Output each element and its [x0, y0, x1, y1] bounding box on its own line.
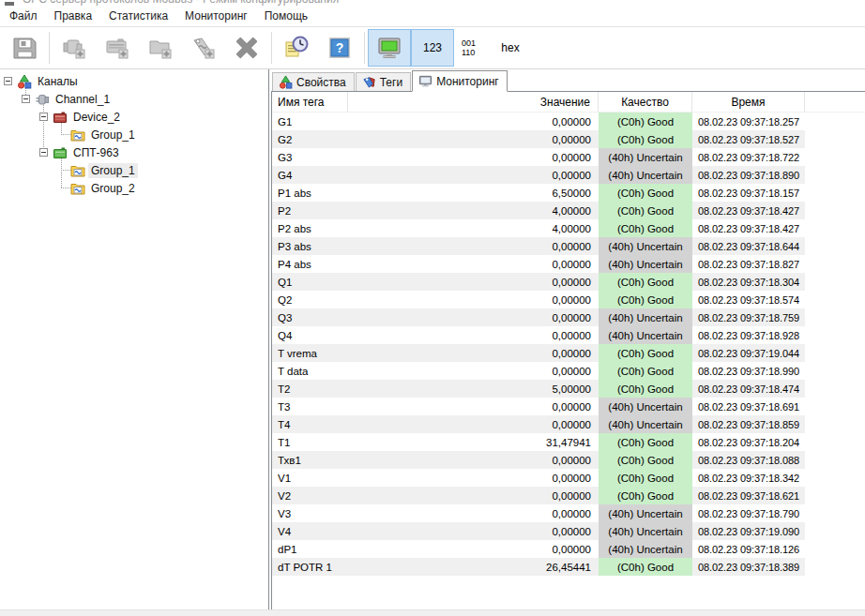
tag-quality-cell: (40h) Uncertain: [599, 255, 692, 273]
tag-name-cell: dT POTR 1: [272, 558, 348, 576]
view-decimal-button[interactable]: 123: [411, 29, 454, 67]
tag-time-cell: 08.02.23 09:37:18.790: [692, 504, 805, 522]
table-row[interactable]: T2 5,00000 (C0h) Good 08.02.23 09:37:18.…: [272, 380, 865, 398]
column-header-quality[interactable]: Качество: [599, 92, 692, 112]
tree-item-group-1-device[interactable]: Group_1: [0, 126, 268, 143]
menu-edit[interactable]: Правка: [46, 7, 101, 25]
tree-item-spt-963[interactable]: СПТ-963: [0, 143, 268, 161]
menu-statistics[interactable]: Статистика: [100, 7, 176, 25]
row-filler: [805, 540, 865, 558]
menu-help[interactable]: Помощь: [256, 7, 316, 25]
table-row[interactable]: T1 31,47941 (C0h) Good 08.02.23 09:37:18…: [272, 433, 865, 451]
table-row[interactable]: dP1 0,00000 (40h) Uncertain 08.02.23 09:…: [272, 540, 865, 558]
toolbar: ? 123 001 110 hex: [0, 27, 865, 68]
event-log-button[interactable]: [275, 29, 318, 67]
table-row[interactable]: Q1 0,00000 (C0h) Good 08.02.23 09:37:18.…: [272, 273, 865, 291]
tab-properties[interactable]: Свойства: [272, 72, 355, 91]
table-row[interactable]: P2 4,00000 (C0h) Good 08.02.23 09:37:18.…: [272, 202, 865, 219]
help-button[interactable]: ?: [318, 29, 361, 67]
tag-name-cell: V1: [272, 469, 348, 487]
add-channel-icon: [61, 35, 87, 61]
table-row[interactable]: V4 0,00000 (40h) Uncertain 08.02.23 09:3…: [272, 522, 865, 540]
collapse-icon[interactable]: [39, 113, 48, 121]
group-folder-icon: [70, 163, 85, 178]
tag-time-cell: 08.02.23 09:37:19.090: [692, 522, 805, 540]
row-filler: [805, 380, 865, 398]
table-row[interactable]: V2 0,00000 (C0h) Good 08.02.23 09:37:18.…: [272, 487, 865, 504]
tree-item-group-2-spt[interactable]: Group_2: [0, 179, 268, 197]
save-button[interactable]: [3, 29, 46, 67]
row-filler: [805, 291, 865, 308]
monitoring-toggle-button[interactable]: [368, 29, 411, 67]
tab-monitoring[interactable]: Мониторинг: [412, 70, 508, 92]
tree-item-group-1-spt[interactable]: Group_1: [0, 161, 268, 179]
delete-button[interactable]: [225, 29, 268, 67]
row-filler: [805, 184, 865, 202]
tree-item-label: Channel_1: [53, 92, 113, 107]
table-row[interactable]: V1 0,00000 (C0h) Good 08.02.23 09:37:18.…: [272, 469, 865, 487]
collapse-icon[interactable]: [39, 148, 48, 157]
tree-item-device-2[interactable]: Device_2: [0, 108, 268, 126]
add-device-button[interactable]: [96, 29, 139, 67]
menubar: Файл Правка Статистика Мониторинг Помощь: [0, 6, 865, 26]
row-filler: [805, 344, 865, 362]
table-row[interactable]: P2 abs 4,00000 (C0h) Good 08.02.23 09:37…: [272, 219, 865, 237]
column-header-name[interactable]: Имя тега: [272, 92, 348, 112]
table-row[interactable]: dT POTR 1 26,45441 (C0h) Good 08.02.23 0…: [272, 558, 865, 576]
table-row[interactable]: Q4 0,00000 (40h) Uncertain 08.02.23 09:3…: [272, 326, 865, 344]
tag-value-cell: 0,00000: [348, 469, 599, 487]
tag-value-cell: 0,00000: [348, 273, 599, 291]
tag-name-cell: T2: [272, 380, 348, 398]
table-row[interactable]: G3 0,00000 (40h) Uncertain 08.02.23 09:3…: [272, 148, 865, 166]
menu-file[interactable]: Файл: [1, 7, 46, 25]
add-group-button[interactable]: [139, 29, 182, 67]
collapse-icon[interactable]: [4, 77, 12, 85]
tree-item-channel-1[interactable]: Channel_1: [0, 90, 268, 108]
tag-quality-cell: (C0h) Good: [599, 219, 692, 237]
table-row[interactable]: G2 0,00000 (C0h) Good 08.02.23 09:37:18.…: [272, 130, 865, 148]
add-channel-button[interactable]: [53, 29, 96, 67]
tag-name-cell: T data: [272, 362, 348, 380]
tag-time-cell: 08.02.23 09:37:18.990: [692, 362, 805, 380]
add-tag-button[interactable]: [182, 29, 225, 67]
table-row[interactable]: P3 abs 0,00000 (40h) Uncertain 08.02.23 …: [272, 237, 865, 255]
row-filler: [805, 237, 865, 255]
tag-quality-cell: (40h) Uncertain: [599, 415, 692, 433]
tag-name-cell: Q3: [272, 308, 348, 326]
view-hex-button[interactable]: hex: [492, 29, 529, 67]
tag-quality-cell: (C0h) Good: [599, 130, 692, 148]
menu-monitoring[interactable]: Мониторинг: [176, 7, 256, 25]
tab-tags[interactable]: Теги: [356, 72, 411, 91]
tag-value-cell: 0,00000: [348, 540, 599, 558]
table-row[interactable]: T vrema 0,00000 (C0h) Good 08.02.23 09:3…: [272, 344, 865, 362]
table-row[interactable]: V3 0,00000 (40h) Uncertain 08.02.23 09:3…: [272, 504, 865, 522]
table-row[interactable]: Тхв1 0,00000 (C0h) Good 08.02.23 09:37:1…: [272, 451, 865, 469]
table-row[interactable]: P1 abs 6,50000 (C0h) Good 08.02.23 09:37…: [272, 184, 865, 202]
table-row[interactable]: P4 abs 0,00000 (40h) Uncertain 08.02.23 …: [272, 255, 865, 273]
tag-time-cell: 08.02.23 09:37:18.304: [692, 273, 805, 291]
tag-quality-cell: (40h) Uncertain: [599, 148, 692, 166]
column-header-time[interactable]: Время: [692, 92, 805, 112]
tree-item-channels[interactable]: Каналы: [0, 72, 268, 90]
view-binary-button[interactable]: 001 110: [454, 29, 492, 67]
table-row[interactable]: G4 0,00000 (40h) Uncertain 08.02.23 09:3…: [272, 166, 865, 184]
tag-name-cell: G2: [272, 130, 348, 148]
table-row[interactable]: Q2 0,00000 (C0h) Good 08.02.23 09:37:18.…: [272, 291, 865, 308]
view-binary-line2: 110: [462, 48, 475, 57]
table-row[interactable]: G1 0,00000 (C0h) Good 08.02.23 09:37:18.…: [272, 113, 865, 130]
row-filler: [805, 113, 865, 130]
table-row[interactable]: T4 0,00000 (40h) Uncertain 08.02.23 09:3…: [272, 415, 865, 433]
column-header-value[interactable]: Значение: [348, 92, 599, 112]
collapse-icon[interactable]: [22, 95, 30, 103]
device-green-icon: [53, 145, 68, 160]
table-row[interactable]: Q3 0,00000 (40h) Uncertain 08.02.23 09:3…: [272, 308, 865, 326]
tag-name-cell: P4 abs: [272, 255, 348, 273]
table-row[interactable]: T3 0,00000 (40h) Uncertain 08.02.23 09:3…: [272, 398, 865, 415]
table-row[interactable]: T data 0,00000 (C0h) Good 08.02.23 09:37…: [272, 362, 865, 380]
toolbar-separator: [364, 32, 365, 64]
monitor-small-icon: [418, 74, 432, 88]
tag-name-cell: Тхв1: [272, 451, 348, 469]
detail-panel: Свойства Теги: [271, 69, 865, 609]
tag-time-cell: 08.02.23 09:37:18.890: [692, 166, 805, 184]
device-red-icon: [53, 110, 68, 125]
